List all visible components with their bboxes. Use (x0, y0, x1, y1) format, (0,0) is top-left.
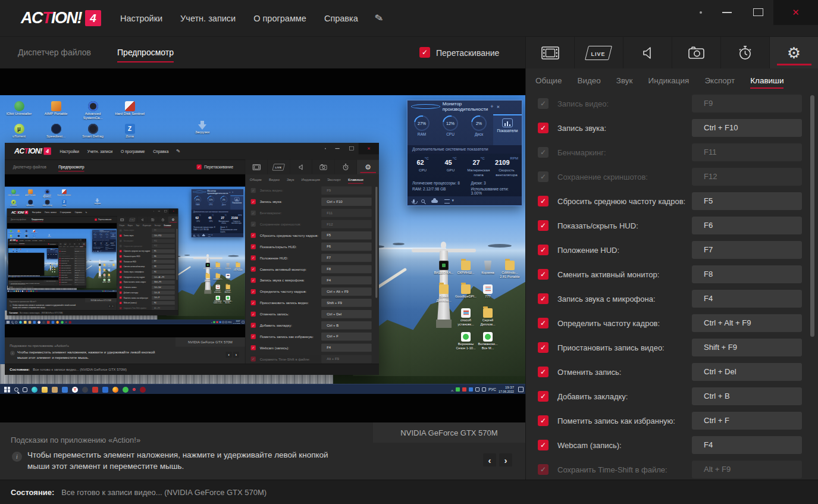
settings-tab[interactable]: Индикация (648, 76, 689, 85)
hotkey-checkbox[interactable] (538, 293, 549, 304)
close-button[interactable] (773, 0, 818, 25)
menu-item[interactable]: О программе (253, 14, 306, 23)
prev-tip-button[interactable]: ‹ (483, 453, 496, 467)
hotkey-binding-field[interactable]: Ctrl + Del (692, 363, 802, 381)
tab-screenshots[interactable] (672, 37, 721, 68)
hotkey-binding-field[interactable]: F4 (692, 436, 802, 454)
hotkey-binding-field[interactable]: F12 (692, 168, 802, 186)
maximize-button[interactable] (742, 0, 773, 25)
hotkey-binding-field[interactable]: F7 (692, 241, 802, 259)
tray-icon (456, 387, 460, 392)
hotkey-binding-field[interactable]: Alt + F9 (692, 461, 802, 478)
pen-icon[interactable] (375, 12, 383, 24)
windows-taskbar: РУС 19:37 17.06.2022 (7, 290, 117, 292)
scrollbar-thumb[interactable] (810, 95, 814, 337)
settings-tab[interactable]: Звук (616, 76, 633, 85)
hotkey-binding-field[interactable]: F11 (692, 143, 802, 161)
tab-benchmark[interactable] (721, 37, 770, 68)
settings-tab[interactable]: Видео (577, 76, 600, 85)
christ-statue-head (441, 242, 446, 248)
hotkey-label: Показать/скрыть HUD: (557, 221, 638, 230)
hotkey-row: Приостановить запись видео: Shift + F9 (59, 272, 85, 274)
hotkey-binding-field[interactable]: F8 (692, 265, 802, 283)
settings-tab[interactable]: Экспорт (704, 76, 735, 85)
desktop-icon-image (483, 261, 493, 270)
status-bar: Состояние: Все готово к записи видео... … (0, 480, 818, 504)
next-tip-button[interactable]: › (499, 453, 512, 467)
info-line: Использование сети: 3.00% (220, 228, 241, 232)
gear-icon (365, 164, 371, 171)
hotkey-checkbox[interactable] (538, 464, 549, 475)
tab-video-recording[interactable] (526, 37, 575, 68)
taskbar-clock: 19:37 17.06.2022 (499, 386, 514, 393)
hotkey-checkbox[interactable] (538, 245, 549, 255)
hotkey-checkbox[interactable] (538, 415, 549, 426)
hotkey-checkbox[interactable] (538, 196, 549, 206)
menu-item[interactable]: Настройки (120, 14, 162, 23)
taskbar-app-icon (69, 321, 72, 324)
hotkey-binding-field: Ctrl + Del (152, 286, 175, 289)
gear-icon (172, 218, 175, 222)
hotkey-binding-field: F11 (321, 209, 372, 217)
menu-item[interactable]: Учетн. записи (180, 14, 236, 23)
hotkey-binding-field[interactable]: Ctrl + Alt + F9 (692, 314, 802, 332)
hotkey-checkbox[interactable] (538, 147, 549, 158)
tab-audio-recording[interactable] (623, 37, 672, 68)
settings-tab[interactable]: Клавиши (750, 76, 783, 85)
hotkey-checkbox (59, 253, 61, 255)
live-icon: LIVE (64, 243, 67, 245)
hotkey-binding-field: F6 (152, 255, 175, 258)
screen-preview[interactable]: IObit UninstallerAIMP PortableAdvanced S… (0, 68, 525, 422)
hotkey-checkbox[interactable] (538, 367, 549, 377)
performance-gauges: 27%RAM12%CPU2%ДискПоказатели (47, 250, 58, 253)
preview-tab[interactable]: Диспетчер файлов (18, 48, 91, 57)
windows-taskbar: РУС 19:37 17.06.2022 (5, 320, 245, 324)
taskbar-app-icon (123, 387, 129, 393)
taskbar-tray: РУС 19:37 17.06.2022 (211, 320, 245, 324)
hotkey-checkbox[interactable] (538, 342, 549, 353)
hotkey-checkbox[interactable] (538, 98, 549, 109)
action-logo: ACTION! 4 (14, 147, 51, 155)
hotkey-checkbox[interactable] (538, 171, 549, 182)
tips-panel: NVIDIA GeForce GTX 570M Подсказки по при… (0, 422, 525, 480)
title-bar: ACTION! 4 НастройкиУчетн. записиО програ… (0, 0, 818, 37)
preview-tab: Предпросмотр (32, 218, 43, 220)
hotkey-label: Запись звука: (260, 200, 283, 204)
hotkey-checkbox[interactable] (538, 269, 549, 280)
island (393, 243, 405, 245)
hotkey-label: Пометить запись как избранную: (260, 334, 314, 339)
window-controls (151, 209, 178, 217)
preview-tab: Диспетчер файлов (13, 165, 46, 169)
hotkey-binding-field: Alt + F9 (321, 355, 372, 363)
desktop-icon: AIMP Portable (22, 189, 38, 199)
pin-dot-icon[interactable] (690, 0, 712, 25)
drag-checkbox[interactable] (419, 47, 430, 58)
hotkey-binding-field[interactable]: F6 (692, 217, 802, 234)
nested-action-window (8, 253, 44, 276)
hotkey-checkbox[interactable] (538, 123, 549, 133)
minimize-button[interactable] (712, 0, 742, 25)
menu-item[interactable]: Справка (324, 14, 358, 23)
tip-text-line2: мыши этот элемент и переместите мышь. (17, 355, 89, 359)
live-icon: LIVE (585, 46, 612, 60)
hotkey-checkbox[interactable] (538, 440, 549, 450)
taskbar-app-icon (32, 387, 37, 393)
hotkey-binding-field[interactable]: F5 (692, 192, 802, 210)
tab-settings[interactable] (770, 37, 818, 68)
hotkey-binding-field[interactable]: Ctrl + F (692, 412, 802, 430)
preview-tab[interactable]: Предпросмотр (117, 48, 174, 57)
hotkey-binding-field[interactable]: F9 (692, 95, 802, 112)
bar-chart-icon (234, 198, 239, 202)
settings-tab: Общие (119, 225, 124, 227)
desktop-icon-image (505, 261, 515, 270)
tab-live-streaming[interactable]: LIVE (575, 37, 623, 68)
settings-tab[interactable]: Общие (535, 76, 562, 85)
hotkey-binding-field[interactable]: F4 (692, 290, 802, 308)
hotkey-checkbox[interactable] (538, 391, 549, 402)
hotkey-binding-field[interactable]: Ctrl + B (692, 387, 802, 405)
performance-monitor-titlebar: Монитор производительности (191, 189, 243, 195)
hotkey-checkbox[interactable] (538, 318, 549, 328)
hotkey-binding-field[interactable]: Ctrl + F10 (692, 119, 802, 137)
hotkey-binding-field[interactable]: Shift + F9 (692, 339, 802, 356)
hotkey-checkbox[interactable] (538, 220, 549, 231)
